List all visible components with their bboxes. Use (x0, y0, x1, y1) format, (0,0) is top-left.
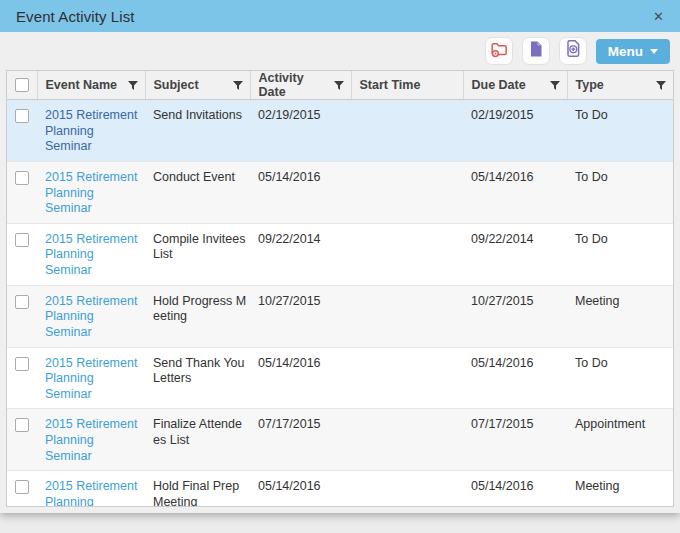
completed-activities-button[interactable] (485, 37, 513, 65)
table-header-row: Event Name Subject (7, 71, 673, 100)
due-date-cell: 09/22/2014 (463, 223, 567, 285)
due-date-cell: 05/14/2016 (463, 161, 567, 223)
column-header-event-name[interactable]: Event Name (37, 71, 145, 100)
activity-table: Event Name Subject (7, 71, 673, 507)
type-cell: Meeting (567, 285, 673, 347)
dialog-titlebar: Event Activity List ✕ (0, 0, 680, 32)
type-cell: To Do (567, 223, 673, 285)
subject-cell: Hold Final Prep Meeting (145, 471, 250, 507)
row-select-cell (7, 409, 37, 471)
notes-history-button[interactable] (522, 37, 550, 65)
type-cell: To Do (567, 100, 673, 162)
event-name-link[interactable]: 2015 Retirement Planning Seminar (45, 170, 137, 215)
due-date-cell: 07/17/2015 (463, 409, 567, 471)
table-row[interactable]: 2015 Retirement Planning Seminar Hold Pr… (7, 285, 673, 347)
type-cell: To Do (567, 347, 673, 409)
close-icon[interactable]: ✕ (649, 6, 668, 27)
filter-icon[interactable] (334, 81, 344, 90)
menu-button-label: Menu (608, 44, 643, 59)
type-cell: To Do (567, 161, 673, 223)
dialog-title: Event Activity List (16, 8, 135, 25)
filter-icon[interactable] (550, 81, 560, 90)
row-select-cell (7, 100, 37, 162)
row-checkbox[interactable] (15, 418, 29, 432)
completed-activities-icon (489, 39, 509, 63)
event-name-cell: 2015 Retirement Planning Seminar (37, 409, 145, 471)
select-all-checkbox[interactable] (15, 78, 29, 92)
column-header-due-date[interactable]: Due Date (463, 71, 567, 100)
activity-date-cell: 09/22/2014 (250, 223, 351, 285)
activity-date-cell: 10/27/2015 (250, 285, 351, 347)
table-row[interactable]: 2015 Retirement Planning Seminar Conduct… (7, 161, 673, 223)
start-time-cell (351, 409, 463, 471)
column-header-type[interactable]: Type (567, 71, 673, 100)
subject-cell: Send Thank You Letters (145, 347, 250, 409)
column-label: Type (576, 78, 604, 92)
table-row[interactable]: 2015 Retirement Planning Seminar Hold Fi… (7, 471, 673, 507)
start-time-cell (351, 471, 463, 507)
notes-history-icon (526, 39, 546, 63)
page-background: Event Activity List ✕ (0, 0, 680, 533)
activity-table-container: Event Name Subject (6, 70, 674, 507)
subject-cell: Conduct Event (145, 161, 250, 223)
event-name-link[interactable]: 2015 Retirement Planning Seminar (45, 479, 137, 507)
row-select-cell (7, 285, 37, 347)
table-row[interactable]: 2015 Retirement Planning Seminar Send In… (7, 100, 673, 162)
add-note-button[interactable] (559, 37, 587, 65)
activity-date-cell: 05/14/2016 (250, 347, 351, 409)
chevron-down-icon (650, 49, 658, 54)
start-time-cell (351, 285, 463, 347)
filter-icon[interactable] (233, 81, 243, 90)
row-checkbox[interactable] (15, 295, 29, 309)
column-label: Subject (154, 78, 199, 92)
column-header-subject[interactable]: Subject (145, 71, 250, 100)
event-name-cell: 2015 Retirement Planning Seminar (37, 347, 145, 409)
filter-icon[interactable] (656, 81, 666, 90)
column-header-start-time[interactable]: Start Time (351, 71, 463, 100)
event-activity-list-dialog: Event Activity List ✕ (0, 0, 680, 513)
start-time-cell (351, 347, 463, 409)
row-select-cell (7, 471, 37, 507)
filter-icon[interactable] (128, 81, 138, 90)
event-name-link[interactable]: 2015 Retirement Planning Seminar (45, 294, 137, 339)
event-name-cell: 2015 Retirement Planning Seminar (37, 285, 145, 347)
type-cell: Appointment (567, 409, 673, 471)
event-name-link[interactable]: 2015 Retirement Planning Seminar (45, 417, 137, 462)
activity-date-cell: 07/17/2015 (250, 409, 351, 471)
event-name-cell: 2015 Retirement Planning Seminar (37, 471, 145, 507)
start-time-cell (351, 161, 463, 223)
event-name-link[interactable]: 2015 Retirement Planning Seminar (45, 356, 137, 401)
start-time-cell (351, 100, 463, 162)
table-row[interactable]: 2015 Retirement Planning Seminar Compile… (7, 223, 673, 285)
type-cell: Meeting (567, 471, 673, 507)
due-date-cell: 10/27/2015 (463, 285, 567, 347)
row-checkbox[interactable] (15, 480, 29, 494)
event-name-link[interactable]: 2015 Retirement Planning Seminar (45, 108, 137, 153)
activity-date-cell: 05/14/2016 (250, 471, 351, 507)
header-select-all-cell (7, 71, 37, 100)
row-checkbox[interactable] (15, 233, 29, 247)
event-name-link[interactable]: 2015 Retirement Planning Seminar (45, 232, 137, 277)
row-checkbox[interactable] (15, 109, 29, 123)
menu-button[interactable]: Menu (596, 39, 670, 64)
table-body: 2015 Retirement Planning Seminar Send In… (7, 100, 673, 508)
table-row[interactable]: 2015 Retirement Planning Seminar Finaliz… (7, 409, 673, 471)
subject-cell: Finalize Attendees List (145, 409, 250, 471)
due-date-cell: 02/19/2015 (463, 100, 567, 162)
row-select-cell (7, 347, 37, 409)
row-checkbox[interactable] (15, 357, 29, 371)
due-date-cell: 05/14/2016 (463, 347, 567, 409)
row-select-cell (7, 223, 37, 285)
start-time-cell (351, 223, 463, 285)
add-note-icon (563, 39, 583, 63)
row-checkbox[interactable] (15, 171, 29, 185)
subject-cell: Compile Invitees List (145, 223, 250, 285)
table-row[interactable]: 2015 Retirement Planning Seminar Send Th… (7, 347, 673, 409)
event-name-cell: 2015 Retirement Planning Seminar (37, 100, 145, 162)
column-label: Activity Date (259, 71, 330, 99)
activity-date-cell: 05/14/2016 (250, 161, 351, 223)
event-name-cell: 2015 Retirement Planning Seminar (37, 223, 145, 285)
column-header-activity-date[interactable]: Activity Date (250, 71, 351, 100)
subject-cell: Hold Progress Meeting (145, 285, 250, 347)
subject-cell: Send Invitations (145, 100, 250, 162)
